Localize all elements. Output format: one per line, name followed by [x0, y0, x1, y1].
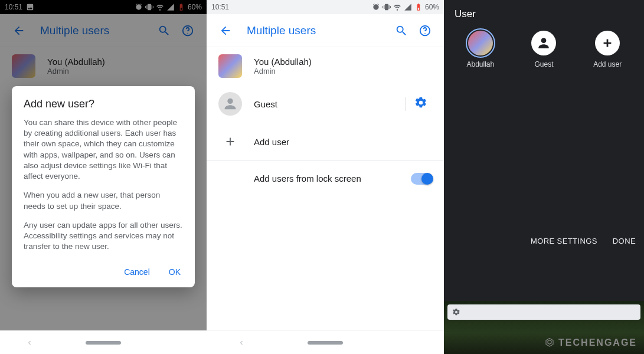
arrow-back-icon [219, 24, 232, 37]
ok-button[interactable]: OK [166, 263, 183, 281]
person-icon [222, 96, 238, 112]
phone-panel-quicksettings: User Abdullah Guest Add user MORE SETTIN… [444, 0, 644, 354]
owner-label: Abdullah [466, 60, 494, 68]
add-user-row[interactable]: Add user [207, 123, 444, 160]
guest-avatar [531, 31, 556, 55]
add-avatar [595, 31, 620, 55]
hex-logo-icon [544, 337, 555, 348]
nav-back-icon[interactable] [238, 339, 245, 346]
help-icon [419, 24, 431, 37]
user-cell-owner[interactable]: Abdullah [451, 31, 510, 68]
more-settings-button[interactable]: MORE SETTINGS [531, 237, 597, 245]
add-label: Add user [593, 60, 622, 68]
owner-row[interactable]: You (Abdullah) Admin [207, 47, 444, 85]
nav-bar [0, 330, 207, 354]
svg-point-5 [541, 38, 547, 43]
search-button[interactable] [390, 19, 413, 42]
dialog-title: Add new user? [24, 98, 183, 110]
watermark-text: TECHENGAGE [558, 337, 637, 348]
page-title: Multiple users [237, 24, 390, 37]
dialog-paragraph-3: Any user can update apps for all other u… [24, 220, 183, 253]
svg-point-4 [227, 99, 233, 104]
lockscreen-toggle-row[interactable]: Add users from lock screen [207, 160, 444, 196]
gear-icon [414, 96, 427, 109]
search-icon [395, 24, 408, 37]
help-button[interactable] [413, 19, 437, 42]
dialog-paragraph-2: When you add a new user, that person nee… [24, 190, 183, 211]
app-bar: Multiple users [207, 14, 444, 47]
owner-avatar [468, 31, 493, 55]
lockscreen-label: Add users from lock screen [254, 173, 411, 183]
done-button[interactable]: DONE [613, 237, 636, 245]
guest-avatar [218, 92, 242, 116]
status-battery-pct: 60% [425, 3, 439, 11]
add-user-label: Add user [254, 137, 432, 147]
cancel-button[interactable]: Cancel [122, 263, 152, 281]
guest-label: Guest [254, 99, 402, 109]
alarm-icon [372, 3, 380, 11]
nav-home-pill[interactable] [308, 341, 343, 345]
user-cell-add[interactable]: Add user [578, 31, 637, 68]
owner-role: Admin [254, 67, 432, 76]
nav-back-icon[interactable] [26, 339, 33, 346]
add-user-icon-wrap [218, 130, 242, 153]
nav-home-pill[interactable] [86, 341, 121, 345]
svg-point-3 [424, 32, 425, 33]
status-time: 10:51 [211, 3, 229, 11]
dialog-paragraph-1: You can share this device with other peo… [24, 117, 183, 182]
status-bar: 10:51 60% [207, 0, 444, 14]
lockscreen-switch[interactable] [411, 173, 432, 185]
battery-low-icon [414, 3, 423, 11]
owner-avatar [218, 54, 242, 78]
phone-panel-dialog: 10:51 60% Multiple users You (Abdullah) … [0, 0, 207, 354]
signal-icon [404, 3, 412, 11]
wifi-icon [393, 3, 401, 11]
qs-footer-bar[interactable] [447, 304, 640, 320]
vibrate-icon [383, 3, 391, 11]
owner-name: You (Abdullah) [254, 57, 432, 67]
guest-settings-button[interactable] [410, 96, 432, 112]
guest-row[interactable]: Guest [207, 85, 444, 123]
guest-label: Guest [534, 60, 553, 68]
plus-icon [601, 37, 614, 50]
plus-icon [224, 135, 237, 148]
divider [406, 97, 406, 111]
user-cell-guest[interactable]: Guest [514, 31, 573, 68]
nav-bar [207, 330, 444, 354]
add-user-dialog: Add new user? You can share this device … [12, 86, 195, 287]
watermark: TECHENGAGE [544, 337, 637, 348]
person-icon [536, 35, 551, 51]
phone-panel-list: 10:51 60% Multiple users You (Abdullah) … [207, 0, 444, 354]
quick-title: User [444, 0, 644, 25]
gear-icon [452, 308, 460, 316]
back-button[interactable] [214, 19, 237, 42]
